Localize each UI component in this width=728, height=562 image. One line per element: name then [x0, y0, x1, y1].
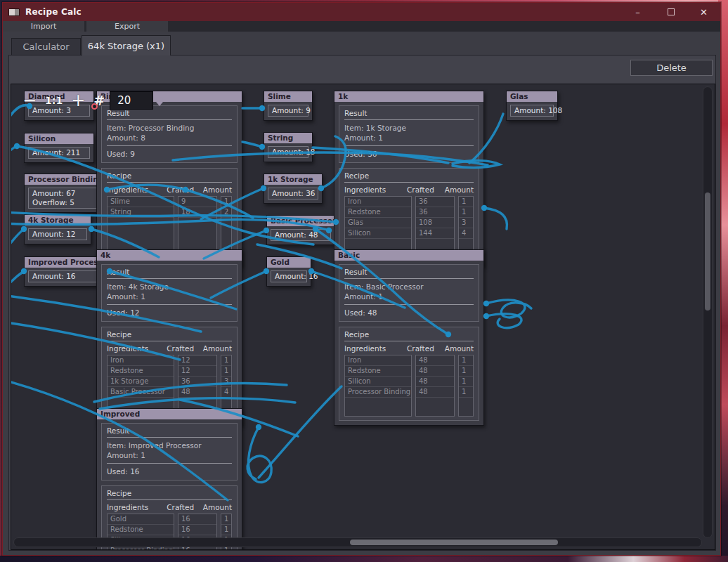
- delete-button[interactable]: Delete: [630, 60, 713, 76]
- spinner-down-icon[interactable]: [156, 102, 163, 106]
- recipe-node-body: ResultItem: Processor BindingAmount: 8Us…: [97, 102, 242, 266]
- recipe-column: SlimeString: [107, 196, 174, 258]
- amount-box: Amount: 18: [268, 146, 308, 158]
- menu-import[interactable]: Import: [3, 21, 84, 32]
- col-header-crafted: Crafted: [167, 344, 202, 353]
- recipe-column: IronRedstoneSiliconProcessor Binding: [344, 355, 412, 417]
- result-amount: Amount: 1: [344, 133, 474, 143]
- connection-port-dot: [14, 143, 20, 149]
- item-node-body: Amount: 16: [267, 268, 311, 286]
- vertical-scrollbar-thumb[interactable]: [705, 192, 710, 311]
- recipe-cell: 3: [221, 377, 231, 387]
- minimize-button[interactable]: –: [621, 3, 654, 21]
- recipe-node-body: ResultItem: Basic ProcessorAmount: 1Used…: [334, 261, 483, 425]
- spinner-up-icon[interactable]: [156, 96, 163, 100]
- amount-line: Amount: 67: [32, 189, 98, 198]
- recipe-node-1k[interactable]: 1kResultItem: 1k StorageAmount: 1Used: 3…: [334, 91, 484, 267]
- close-button[interactable]: ✕: [687, 3, 720, 21]
- result-amount: Amount: 1: [107, 292, 232, 301]
- result-used: Used: 16: [107, 463, 232, 476]
- amount-line: Amount: 18: [272, 148, 304, 157]
- item-node-glas[interactable]: GlasAmount: 108: [506, 91, 558, 121]
- snap-grid-icon[interactable]: #: [93, 93, 105, 108]
- recipe-table-columns: SlimeString91812: [107, 196, 232, 258]
- maximize-button[interactable]: [654, 3, 687, 21]
- recipe-node-4k[interactable]: 4kResultItem: 4k StorageAmount: 1Used: 1…: [96, 249, 242, 426]
- recipe-table-header: IngredientsCraftedAmount: [107, 344, 232, 353]
- recipe-column: 12: [221, 196, 232, 258]
- item-node-silicon[interactable]: SiliconAmount: 211: [24, 133, 94, 163]
- recipe-cell: Redstone: [345, 366, 411, 377]
- amount-line: Amount: 108: [514, 106, 550, 115]
- item-node-basic-processor[interactable]: Basic ProcessorAmount: 48: [266, 215, 335, 245]
- recipe-column: 3636108144: [415, 196, 455, 258]
- col-header-amount: Amount: [445, 344, 474, 353]
- connection-edge: [486, 300, 531, 318]
- tab-calculator[interactable]: Calculator: [11, 38, 81, 55]
- amount-box: Amount: 67Overflow: 5: [28, 188, 103, 209]
- connection-edge: [11, 146, 17, 157]
- recipe-table-header: IngredientsCraftedAmount: [107, 185, 232, 194]
- recipe-cell: Redstone: [108, 525, 174, 535]
- app-window: Recipe Calc – ✕ Import Export Calculator…: [2, 2, 721, 556]
- recipe-cell: 144: [416, 228, 454, 239]
- amount-line: Amount: 48: [275, 230, 327, 240]
- item-node-gold[interactable]: GoldAmount: 16: [266, 256, 311, 287]
- vertical-scrollbar[interactable]: [703, 86, 713, 538]
- recipe-node-improved[interactable]: ImprovedResultItem: Improved ProcessorAm…: [96, 408, 242, 550]
- item-node-slime[interactable]: SlimeAmount: 9: [264, 91, 313, 121]
- recipe-cell: Silicon: [345, 377, 411, 387]
- connection-edge: [259, 386, 342, 478]
- recipe-cell: 36: [416, 207, 454, 218]
- recipe-node-body: ResultItem: Improved ProcessorAmount: 1U…: [97, 419, 242, 550]
- tab-64k-storage[interactable]: 64k Storage (x1): [82, 35, 171, 55]
- connection-edge: [486, 314, 521, 328]
- amount-box: Amount: 16: [28, 270, 107, 282]
- recipe-node-body: ResultItem: 1k StorageAmount: 1Used: 36R…: [334, 102, 483, 266]
- item-node-title: Glas: [507, 91, 557, 102]
- result-used: Used: 48: [344, 304, 474, 318]
- title-bar[interactable]: Recipe Calc – ✕: [3, 3, 720, 21]
- recipe-node-basic[interactable]: BasicResultItem: Basic ProcessorAmount: …: [334, 249, 484, 426]
- recipe-node-binding[interactable]: BindingResultItem: Processor BindingAmou…: [96, 91, 242, 267]
- recipe-cell: 1: [459, 355, 473, 366]
- connection-edge: [484, 208, 507, 229]
- horizontal-scrollbar-thumb[interactable]: [350, 540, 558, 545]
- result-section: ResultItem: Basic ProcessorAmount: 1Used…: [339, 264, 479, 322]
- item-node-4k-storage[interactable]: 4k StorageAmount: 12: [24, 214, 91, 244]
- amount-spinner-input[interactable]: 20: [110, 91, 153, 110]
- node-graph-canvas[interactable]: DiamondAmount: 3SiliconAmount: 211Proces…: [11, 84, 715, 550]
- zoom-out-button[interactable]: −: [22, 92, 37, 109]
- recipe-node-title: Improved: [97, 409, 242, 419]
- item-node-title: Basic Processor: [267, 216, 334, 226]
- recipe-node-title: 1k: [334, 91, 483, 102]
- recipe-table-columns: IronRedstoneSiliconProcessor Binding4848…: [344, 355, 474, 417]
- menu-export[interactable]: Export: [86, 21, 168, 32]
- recipe-cell: 2: [221, 207, 231, 218]
- recipe-cell: 48: [416, 366, 454, 377]
- item-node-1k-storage[interactable]: 1k StorageAmount: 36: [264, 174, 323, 204]
- result-item: Item: Improved Processor: [107, 440, 232, 450]
- recipe-cell: 18: [178, 207, 216, 218]
- recipe-section: RecipeIngredientsCraftedAmountIronRedsto…: [101, 327, 238, 421]
- col-header-ingredients: Ingredients: [107, 503, 167, 511]
- zoom-in-button[interactable]: +: [71, 92, 85, 109]
- col-header-amount: Amount: [445, 185, 474, 194]
- result-item: Item: 4k Storage: [107, 282, 232, 292]
- result-amount: Amount: 1: [344, 292, 474, 301]
- recipe-cell: 48: [178, 387, 216, 398]
- connection-edge: [247, 427, 271, 483]
- horizontal-scrollbar[interactable]: [13, 537, 702, 547]
- item-node-title: 4k Storage: [25, 215, 91, 226]
- zoom-reset-button[interactable]: 1:1: [45, 95, 63, 106]
- item-node-string[interactable]: StringAmount: 18: [264, 132, 313, 162]
- recipe-cell: Iron: [345, 355, 411, 366]
- col-header-amount: Amount: [203, 503, 232, 511]
- recipe-section-label: Recipe: [344, 330, 474, 341]
- recipe-cell: Iron: [345, 197, 411, 207]
- item-node-processor-binding[interactable]: Processor BindingAmount: 67Overflow: 5: [24, 174, 107, 213]
- result-used: Used: 12: [107, 304, 232, 318]
- recipe-table-header: IngredientsCraftedAmount: [344, 185, 474, 194]
- maximize-icon: [668, 8, 675, 15]
- result-amount: Amount: 1: [107, 450, 232, 460]
